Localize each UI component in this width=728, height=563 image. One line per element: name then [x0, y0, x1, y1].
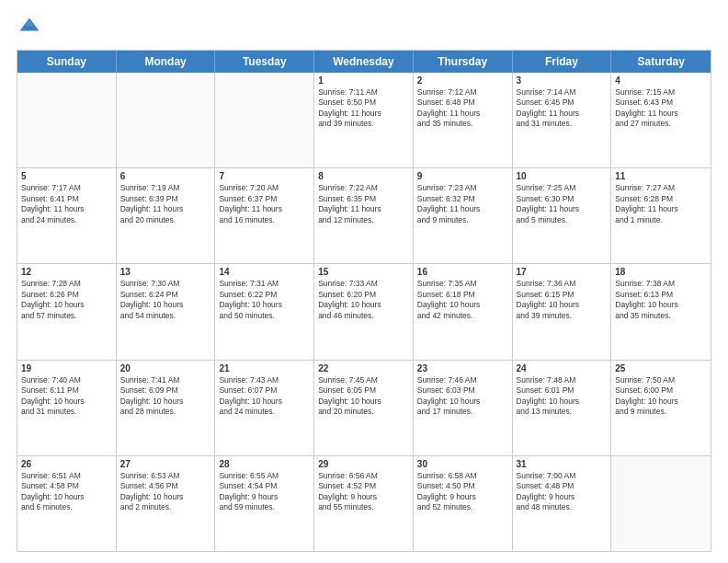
calendar-empty-cell — [215, 73, 314, 167]
day-number: 31 — [517, 459, 608, 469]
day-number: 20 — [120, 363, 211, 373]
day-info: Sunrise: 7:35 AM Sunset: 6:18 PM Dayligh… — [417, 279, 508, 321]
day-number: 9 — [417, 171, 508, 181]
calendar-day-16: 16Sunrise: 7:35 AM Sunset: 6:18 PM Dayli… — [414, 264, 513, 359]
day-number: 14 — [219, 267, 310, 277]
day-number: 25 — [615, 363, 707, 373]
calendar-row: 1Sunrise: 7:11 AM Sunset: 6:50 PM Daylig… — [17, 73, 711, 167]
day-number: 10 — [517, 171, 608, 181]
day-info: Sunrise: 7:19 AM Sunset: 6:39 PM Dayligh… — [120, 183, 211, 225]
weekday-header: Monday — [117, 51, 216, 73]
calendar-empty-cell — [17, 73, 117, 167]
day-number: 19 — [21, 363, 112, 373]
day-info: Sunrise: 7:40 AM Sunset: 6:11 PM Dayligh… — [21, 375, 112, 418]
day-number: 21 — [219, 363, 310, 373]
day-number: 16 — [417, 267, 508, 277]
calendar-day-25: 25Sunrise: 7:50 AM Sunset: 6:00 PM Dayli… — [611, 361, 711, 455]
calendar-day-18: 18Sunrise: 7:38 AM Sunset: 6:13 PM Dayli… — [611, 264, 711, 359]
logo — [17, 15, 46, 40]
day-info: Sunrise: 7:30 AM Sunset: 6:24 PM Dayligh… — [120, 279, 211, 321]
day-info: Sunrise: 7:33 AM Sunset: 6:20 PM Dayligh… — [318, 279, 409, 321]
day-number: 18 — [615, 267, 707, 277]
logo-icon — [17, 15, 42, 40]
calendar-day-27: 27Sunrise: 6:53 AM Sunset: 4:56 PM Dayli… — [117, 456, 216, 551]
day-info: Sunrise: 7:38 AM Sunset: 6:13 PM Dayligh… — [615, 279, 707, 321]
day-number: 6 — [120, 171, 211, 181]
day-number: 3 — [517, 75, 608, 86]
calendar-day-26: 26Sunrise: 6:51 AM Sunset: 4:58 PM Dayli… — [17, 456, 117, 551]
calendar-empty-cell — [611, 456, 711, 551]
day-info: Sunrise: 7:46 AM Sunset: 6:03 PM Dayligh… — [417, 375, 508, 418]
day-info: Sunrise: 6:58 AM Sunset: 4:50 PM Dayligh… — [417, 471, 508, 513]
weekday-header: Sunday — [17, 51, 117, 73]
day-info: Sunrise: 7:45 AM Sunset: 6:05 PM Dayligh… — [318, 375, 409, 418]
day-info: Sunrise: 6:56 AM Sunset: 4:52 PM Dayligh… — [318, 471, 409, 513]
calendar-day-14: 14Sunrise: 7:31 AM Sunset: 6:22 PM Dayli… — [215, 264, 314, 359]
day-info: Sunrise: 7:31 AM Sunset: 6:22 PM Dayligh… — [219, 279, 310, 321]
calendar-header: SundayMondayTuesdayWednesdayThursdayFrid… — [17, 51, 711, 73]
day-number: 8 — [318, 171, 409, 181]
calendar-day-5: 5Sunrise: 7:17 AM Sunset: 6:41 PM Daylig… — [17, 168, 117, 263]
day-info: Sunrise: 6:51 AM Sunset: 4:58 PM Dayligh… — [21, 471, 112, 513]
day-info: Sunrise: 7:48 AM Sunset: 6:01 PM Dayligh… — [517, 375, 608, 418]
day-info: Sunrise: 7:28 AM Sunset: 6:26 PM Dayligh… — [21, 279, 112, 321]
day-info: Sunrise: 7:22 AM Sunset: 6:35 PM Dayligh… — [318, 183, 409, 225]
day-info: Sunrise: 7:43 AM Sunset: 6:07 PM Dayligh… — [219, 375, 310, 418]
day-info: Sunrise: 7:25 AM Sunset: 6:30 PM Dayligh… — [517, 183, 608, 225]
day-number: 22 — [318, 363, 409, 373]
day-number: 15 — [318, 267, 409, 277]
day-info: Sunrise: 7:00 AM Sunset: 4:48 PM Dayligh… — [517, 471, 608, 513]
day-number: 26 — [21, 459, 112, 469]
day-info: Sunrise: 7:12 AM Sunset: 6:48 PM Dayligh… — [417, 87, 508, 130]
day-info: Sunrise: 7:41 AM Sunset: 6:09 PM Dayligh… — [120, 375, 211, 418]
calendar-row: 12Sunrise: 7:28 AM Sunset: 6:26 PM Dayli… — [17, 263, 711, 359]
day-number: 27 — [120, 459, 211, 469]
day-number: 11 — [615, 171, 707, 181]
day-number: 1 — [318, 75, 409, 86]
calendar-day-15: 15Sunrise: 7:33 AM Sunset: 6:20 PM Dayli… — [314, 264, 414, 359]
day-number: 29 — [318, 459, 409, 469]
day-number: 30 — [417, 459, 508, 469]
calendar-row: 5Sunrise: 7:17 AM Sunset: 6:41 PM Daylig… — [17, 167, 711, 263]
calendar-row: 19Sunrise: 7:40 AM Sunset: 6:11 PM Dayli… — [17, 360, 711, 455]
weekday-header: Friday — [513, 51, 612, 73]
day-info: Sunrise: 7:27 AM Sunset: 6:28 PM Dayligh… — [615, 183, 707, 225]
day-info: Sunrise: 7:20 AM Sunset: 6:37 PM Dayligh… — [219, 183, 310, 225]
calendar-day-28: 28Sunrise: 6:55 AM Sunset: 4:54 PM Dayli… — [215, 456, 314, 551]
weekday-header: Tuesday — [215, 51, 314, 73]
day-info: Sunrise: 7:23 AM Sunset: 6:32 PM Dayligh… — [417, 183, 508, 225]
day-info: Sunrise: 7:11 AM Sunset: 6:50 PM Dayligh… — [318, 87, 409, 130]
calendar-day-19: 19Sunrise: 7:40 AM Sunset: 6:11 PM Dayli… — [17, 361, 117, 455]
calendar-day-30: 30Sunrise: 6:58 AM Sunset: 4:50 PM Dayli… — [414, 456, 513, 551]
day-number: 7 — [219, 171, 310, 181]
day-number: 2 — [417, 75, 508, 86]
day-info: Sunrise: 7:17 AM Sunset: 6:41 PM Dayligh… — [21, 183, 112, 225]
calendar-day-29: 29Sunrise: 6:56 AM Sunset: 4:52 PM Dayli… — [314, 456, 414, 551]
day-number: 5 — [21, 171, 112, 181]
calendar-day-22: 22Sunrise: 7:45 AM Sunset: 6:05 PM Dayli… — [314, 361, 414, 455]
calendar-day-24: 24Sunrise: 7:48 AM Sunset: 6:01 PM Dayli… — [513, 361, 612, 455]
calendar-day-7: 7Sunrise: 7:20 AM Sunset: 6:37 PM Daylig… — [215, 168, 314, 263]
day-number: 23 — [417, 363, 508, 373]
calendar-day-17: 17Sunrise: 7:36 AM Sunset: 6:15 PM Dayli… — [513, 264, 612, 359]
calendar-day-11: 11Sunrise: 7:27 AM Sunset: 6:28 PM Dayli… — [611, 168, 711, 263]
day-number: 28 — [219, 459, 310, 469]
calendar-day-8: 8Sunrise: 7:22 AM Sunset: 6:35 PM Daylig… — [314, 168, 414, 263]
weekday-header: Wednesday — [314, 51, 414, 73]
calendar-day-9: 9Sunrise: 7:23 AM Sunset: 6:32 PM Daylig… — [414, 168, 513, 263]
calendar-day-12: 12Sunrise: 7:28 AM Sunset: 6:26 PM Dayli… — [17, 264, 117, 359]
calendar-day-21: 21Sunrise: 7:43 AM Sunset: 6:07 PM Dayli… — [215, 361, 314, 455]
day-info: Sunrise: 7:14 AM Sunset: 6:45 PM Dayligh… — [517, 87, 608, 130]
day-info: Sunrise: 6:53 AM Sunset: 4:56 PM Dayligh… — [120, 471, 211, 513]
day-info: Sunrise: 7:50 AM Sunset: 6:00 PM Dayligh… — [615, 375, 707, 418]
calendar-day-10: 10Sunrise: 7:25 AM Sunset: 6:30 PM Dayli… — [513, 168, 612, 263]
day-number: 13 — [120, 267, 211, 277]
calendar-day-6: 6Sunrise: 7:19 AM Sunset: 6:39 PM Daylig… — [117, 168, 216, 263]
day-info: Sunrise: 7:36 AM Sunset: 6:15 PM Dayligh… — [517, 279, 608, 321]
calendar: SundayMondayTuesdayWednesdayThursdayFrid… — [17, 50, 711, 552]
calendar-day-2: 2Sunrise: 7:12 AM Sunset: 6:48 PM Daylig… — [414, 73, 513, 167]
calendar-day-13: 13Sunrise: 7:30 AM Sunset: 6:24 PM Dayli… — [117, 264, 216, 359]
day-number: 12 — [21, 267, 112, 277]
page-header — [17, 15, 711, 40]
day-number: 17 — [517, 267, 608, 277]
